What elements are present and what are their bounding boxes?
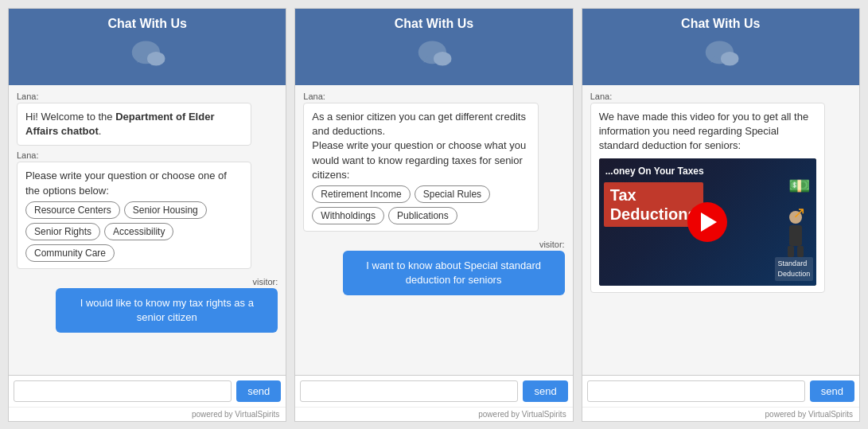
visitor-label-2: visitor: xyxy=(539,240,565,249)
visitor-bubble-2: I want to know about Special standard de… xyxy=(343,251,565,295)
option-senior-housing[interactable]: Senior Housing xyxy=(124,201,207,219)
chat-input-2[interactable] xyxy=(300,380,518,402)
send-button-3[interactable]: send xyxy=(810,380,854,402)
chat-header-1: Chat With Us xyxy=(9,9,286,85)
arrow-icon: ↗ xyxy=(792,201,806,224)
option-resource-centers[interactable]: Resource Centers xyxy=(25,201,120,219)
chat-input-area-1: send xyxy=(9,375,286,407)
chat-input-1[interactable] xyxy=(14,380,232,402)
sender-label-3: Lana: xyxy=(590,92,851,101)
svg-rect-13 xyxy=(789,225,802,246)
chat-input-3[interactable] xyxy=(587,380,805,402)
powered-by-1: powered by VirtualSpirits xyxy=(9,407,286,421)
powered-by-3: powered by VirtualSpirits xyxy=(582,407,859,421)
video-bg: ...oney On Your Taxes TaxDeductions 💵 ↗ … xyxy=(599,158,816,286)
bot-bubble-3: We have made this video for you to get a… xyxy=(590,103,825,293)
chat-messages-1: Lana: Hi! Welcome to the Department of E… xyxy=(9,85,286,375)
chat-widget-2: Chat With Us Lana: As a senior citizen y… xyxy=(294,8,573,422)
svg-rect-14 xyxy=(788,246,794,257)
bot-bubble: Please write your question or choose one… xyxy=(17,162,251,268)
chat-title-1: Chat With Us xyxy=(107,17,186,31)
svg-point-10 xyxy=(721,52,738,66)
bot-text-3: We have made this video for you to get a… xyxy=(599,110,816,154)
chat-header-3: Chat With Us xyxy=(582,9,859,85)
bot-message-1a: Lana: Hi! Welcome to the Department of E… xyxy=(17,92,278,146)
chat-widget-1: Chat With Us Lana: Hi! Welcome to the De… xyxy=(8,8,286,422)
option-accessibility[interactable]: Accessibility xyxy=(104,223,173,240)
options-row-2: Retirement Income Special Rules Withhold… xyxy=(312,185,529,224)
option-publications[interactable]: Publications xyxy=(388,207,457,224)
money-icons: 💵 ↗ xyxy=(788,174,810,224)
bot-bubble: Hi! Welcome to the Department of Elder A… xyxy=(17,103,251,146)
options-row: Resource Centers Senior Housing Senior R… xyxy=(25,201,243,262)
option-retirement-income[interactable]: Retirement Income xyxy=(312,185,410,203)
play-triangle xyxy=(701,213,717,232)
svg-point-6 xyxy=(434,52,451,66)
chat-icon-3 xyxy=(702,36,740,74)
sender-label: Lana: xyxy=(17,92,278,101)
chat-header-2: Chat With Us xyxy=(295,9,572,85)
option-special-rules[interactable]: Special Rules xyxy=(415,185,490,203)
svg-rect-15 xyxy=(797,246,804,257)
prompt-text: Please write your question or choose one… xyxy=(25,169,243,197)
option-withholdings[interactable]: Withholdings xyxy=(312,207,384,224)
visitor-message-1: visitor: I would like to know my tax rig… xyxy=(17,277,278,333)
video-thumbnail[interactable]: ...oney On Your Taxes TaxDeductions 💵 ↗ … xyxy=(599,158,816,286)
chat-input-area-2: send xyxy=(295,375,572,407)
chat-icon-2 xyxy=(415,36,453,74)
bot-message-1b: Lana: Please write your question or choo… xyxy=(17,150,278,268)
chat-icon-1 xyxy=(128,36,166,74)
option-community-care[interactable]: Community Care xyxy=(25,244,115,262)
chat-title-3: Chat With Us xyxy=(681,17,760,31)
sender-label: Lana: xyxy=(17,150,278,160)
visitor-label: visitor: xyxy=(253,277,278,287)
bot-message-2a: Lana: As a senior citizen you can get di… xyxy=(303,92,564,232)
send-button-1[interactable]: send xyxy=(236,380,281,402)
chat-input-area-3: send xyxy=(582,375,859,407)
bot-text: As a senior citizen you can get differen… xyxy=(312,110,529,182)
chat-title-2: Chat With Us xyxy=(395,17,473,31)
svg-point-2 xyxy=(147,52,165,66)
dollar-icon: 💵 xyxy=(788,174,810,199)
powered-by-2: powered by VirtualSpirits xyxy=(295,407,572,421)
bot-message-3a: Lana: We have made this video for you to… xyxy=(590,92,851,293)
play-button[interactable] xyxy=(687,202,727,242)
send-button-2[interactable]: send xyxy=(523,380,567,402)
chat-widget-3: Chat With Us Lana: We have made this vid… xyxy=(582,8,860,422)
chat-messages-2: Lana: As a senior citizen you can get di… xyxy=(295,85,572,375)
video-title-overlay: ...oney On Your Taxes xyxy=(605,165,704,178)
visitor-message-2: visitor: I want to know about Special st… xyxy=(303,240,564,295)
chat-messages-3: Lana: We have made this video for you to… xyxy=(582,85,859,375)
visitor-bubble: I would like to know my tax rights as a … xyxy=(56,288,278,333)
sender-label: Lana: xyxy=(303,92,564,101)
option-senior-rights[interactable]: Senior Rights xyxy=(25,223,100,240)
bot-bubble: As a senior citizen you can get differen… xyxy=(303,103,538,232)
